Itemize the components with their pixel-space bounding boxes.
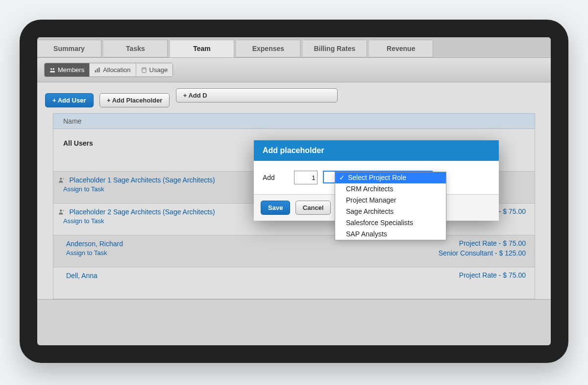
role-option-sap[interactable]: SAP Analysts <box>335 229 446 240</box>
app-root: Summary Tasks Team Expenses Billing Rate… <box>0 0 588 385</box>
svg-rect-2 <box>95 70 96 73</box>
row-anderson-rate2: Senior Consultant - $ 125.00 <box>439 249 526 257</box>
role-option-sf[interactable]: Salesforce Specialists <box>335 217 446 229</box>
svg-rect-4 <box>98 67 99 72</box>
tab-billing-rates[interactable]: Billing Rates <box>303 40 367 57</box>
row-placeholder-1-label: Placeholder 1 Sage Architects (Sage Arch… <box>69 176 215 184</box>
add-user-button[interactable]: + Add User <box>45 93 94 107</box>
svg-point-6 <box>60 178 62 180</box>
screen: Summary Tasks Team Expenses Billing Rate… <box>37 37 551 345</box>
subnav-members[interactable]: Members <box>45 63 90 77</box>
subnav-allocation-label: Allocation <box>103 66 130 74</box>
subnav-usage[interactable]: Usage <box>136 63 173 77</box>
svg-point-0 <box>50 68 52 70</box>
row-anderson[interactable]: Anderson, Richard Assign to Task Project… <box>53 235 535 267</box>
row-dell[interactable]: Dell, Anna Project Rate - $ 75.00 <box>53 267 535 299</box>
row-all-users-label: All Users <box>63 139 93 147</box>
svg-point-9 <box>63 210 64 211</box>
row-anderson-label: Anderson, Richard <box>66 240 123 248</box>
cancel-button[interactable]: Cancel <box>295 201 331 215</box>
row-placeholder-1-assign[interactable]: Assign to Task <box>63 185 104 193</box>
row-dell-rate: Project Rate - $ 75.00 <box>459 271 526 279</box>
top-tabs: Summary Tasks Team Expenses Billing Rate… <box>37 37 551 58</box>
svg-point-7 <box>63 178 64 180</box>
subnav-usage-label: Usage <box>149 66 168 74</box>
check-icon: ✓ <box>339 173 345 182</box>
grid-header: Name <box>53 113 535 129</box>
row-anderson-rate1: Project Rate - $ 75.00 <box>459 239 526 247</box>
add-department-button[interactable]: + Add D <box>176 88 338 103</box>
tab-summary[interactable]: Summary <box>37 40 101 57</box>
col-name: Name <box>63 117 81 125</box>
subnav-members-label: Members <box>58 66 84 74</box>
role-dropdown[interactable]: ✓ Select Project Role CRM Architects Pro… <box>335 172 446 240</box>
role-option-select[interactable]: ✓ Select Project Role <box>335 172 446 183</box>
row-anderson-assign[interactable]: Assign to Task <box>66 249 107 257</box>
role-option-sage[interactable]: Sage Architects <box>335 206 446 217</box>
role-option-select-label: Select Project Role <box>348 174 406 181</box>
members-icon <box>49 67 55 73</box>
team-subnav: Members Allocation Usage <box>37 58 551 82</box>
tablet-frame: Summary Tasks Team Expenses Billing Rate… <box>20 20 568 363</box>
placeholder-icon <box>58 209 65 216</box>
quantity-input[interactable] <box>294 171 318 184</box>
svg-point-1 <box>53 68 54 70</box>
svg-point-5 <box>142 67 146 69</box>
save-button[interactable]: Save <box>261 201 290 215</box>
role-option-pm[interactable]: Project Manager <box>335 195 446 206</box>
allocation-icon <box>95 67 100 73</box>
modal-add-label: Add <box>263 174 292 181</box>
add-placeholder-button[interactable]: + Add Placeholder <box>99 93 170 107</box>
subnav-allocation[interactable]: Allocation <box>90 63 136 77</box>
add-placeholder-modal: Add placeholder Add ✓ Select Project Rol… <box>254 140 499 221</box>
tab-expenses[interactable]: Expenses <box>236 40 300 57</box>
row-placeholder-2-label: Placeholder 2 Sage Architects (Sage Arch… <box>69 208 215 216</box>
row-placeholder-2-assign[interactable]: Assign to Task <box>63 217 104 225</box>
tab-team[interactable]: Team <box>170 40 234 57</box>
role-option-crm[interactable]: CRM Architects <box>335 183 446 195</box>
subnav-group: Members Allocation Usage <box>44 63 173 77</box>
usage-icon <box>141 67 147 73</box>
tab-tasks[interactable]: Tasks <box>103 40 168 57</box>
svg-rect-3 <box>97 69 98 73</box>
svg-point-8 <box>60 209 62 211</box>
modal-body: Add ✓ Select Project Role CRM Architects… <box>254 161 499 194</box>
modal-title: Add placeholder <box>254 140 499 161</box>
tab-revenue[interactable]: Revenue <box>369 40 433 57</box>
row-dell-label: Dell, Anna <box>66 272 98 280</box>
placeholder-icon <box>58 177 65 184</box>
